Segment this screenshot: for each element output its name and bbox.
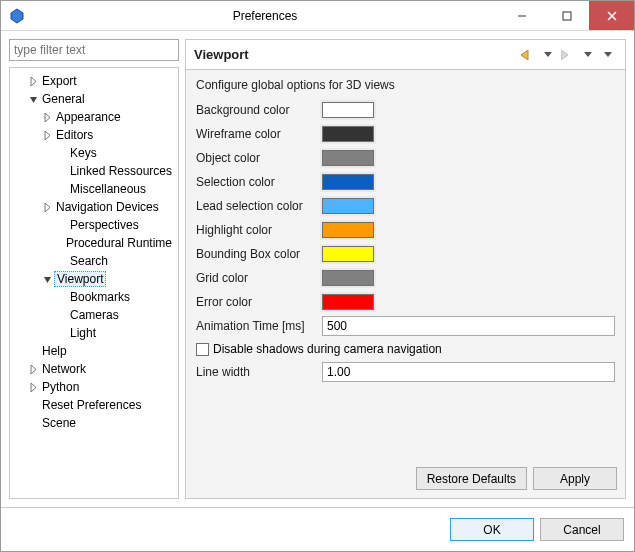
nav-fwd-icon[interactable]	[559, 46, 577, 64]
color-swatch[interactable]	[322, 126, 374, 142]
color-swatch[interactable]	[322, 222, 374, 238]
anim-time-row: Animation Time [ms]	[196, 314, 615, 338]
tree-item[interactable]: Search	[10, 252, 178, 270]
tree-item[interactable]: Linked Ressources	[10, 162, 178, 180]
page-description: Configure global options for 3D views	[196, 78, 615, 92]
filter-input[interactable]	[9, 39, 179, 61]
tree-item[interactable]: Export	[10, 72, 178, 90]
color-row: Grid color	[196, 266, 615, 290]
tree-item-label: Help	[40, 344, 69, 358]
minimize-button[interactable]	[499, 1, 544, 30]
page-body: Configure global options for 3D views Ba…	[186, 70, 625, 459]
tree-item[interactable]: Reset Preferences	[10, 396, 178, 414]
restore-defaults-button[interactable]: Restore Defaults	[416, 467, 527, 490]
color-row: Lead selection color	[196, 194, 615, 218]
svg-rect-2	[563, 12, 571, 20]
tree-item[interactable]: Viewport	[10, 270, 178, 288]
color-swatch[interactable]	[322, 246, 374, 262]
line-width-label: Line width	[196, 365, 322, 379]
chevron-right-icon[interactable]	[26, 365, 40, 374]
color-row: Selection color	[196, 170, 615, 194]
cancel-button[interactable]: Cancel	[540, 518, 624, 541]
color-label: Wireframe color	[196, 127, 322, 141]
nav-fwd-menu-icon[interactable]	[579, 46, 597, 64]
color-row: Object color	[196, 146, 615, 170]
tree-item-label: Viewport	[54, 271, 106, 287]
left-column: ExportGeneralAppearanceEditorsKeysLinked…	[9, 39, 179, 499]
chevron-right-icon[interactable]	[26, 383, 40, 392]
preferences-window: Preferences ExportGeneralAppearanceEdito…	[0, 0, 635, 552]
tree-item[interactable]: Miscellaneous	[10, 180, 178, 198]
color-label: Object color	[196, 151, 322, 165]
svg-marker-0	[11, 9, 23, 23]
tree-item[interactable]: General	[10, 90, 178, 108]
tree-item[interactable]: Navigation Devices	[10, 198, 178, 216]
tree-item[interactable]: Network	[10, 360, 178, 378]
color-swatch[interactable]	[322, 198, 374, 214]
color-swatch[interactable]	[322, 174, 374, 190]
tree-item-label: Network	[40, 362, 88, 376]
color-row: Highlight color	[196, 218, 615, 242]
disable-shadows-label: Disable shadows during camera navigation	[213, 342, 442, 356]
chevron-right-icon[interactable]	[40, 203, 54, 212]
color-row: Error color	[196, 290, 615, 314]
tree-item-label: Miscellaneous	[68, 182, 148, 196]
tree-item[interactable]: Keys	[10, 144, 178, 162]
tree-item[interactable]: Appearance	[10, 108, 178, 126]
color-label: Highlight color	[196, 223, 322, 237]
color-swatch[interactable]	[322, 270, 374, 286]
tree-item[interactable]: Help	[10, 342, 178, 360]
tree-item-label: Editors	[54, 128, 95, 142]
nav-back-icon[interactable]	[519, 46, 537, 64]
close-button[interactable]	[589, 1, 634, 30]
tree-item-label: Keys	[68, 146, 99, 160]
color-label: Grid color	[196, 271, 322, 285]
chevron-right-icon[interactable]	[26, 77, 40, 86]
color-label: Lead selection color	[196, 199, 322, 213]
preference-page: Viewport Configure global options for 3D…	[185, 39, 626, 499]
dialog-footer: OK Cancel	[1, 507, 634, 551]
color-swatch[interactable]	[322, 294, 374, 310]
disable-shadows-row[interactable]: Disable shadows during camera navigation	[196, 338, 615, 360]
color-label: Selection color	[196, 175, 322, 189]
color-label: Error color	[196, 295, 322, 309]
tree-item-label: Python	[40, 380, 81, 394]
tree-item[interactable]: Cameras	[10, 306, 178, 324]
tree-item[interactable]: Light	[10, 324, 178, 342]
color-label: Background color	[196, 103, 322, 117]
color-swatch[interactable]	[322, 150, 374, 166]
tree-item[interactable]: Scene	[10, 414, 178, 432]
chevron-down-icon[interactable]	[40, 275, 54, 284]
color-row: Wireframe color	[196, 122, 615, 146]
disable-shadows-checkbox[interactable]	[196, 343, 209, 356]
page-menu-icon[interactable]	[599, 46, 617, 64]
tree-item-label: Export	[40, 74, 79, 88]
tree-item[interactable]: Editors	[10, 126, 178, 144]
anim-time-label: Animation Time [ms]	[196, 319, 322, 333]
maximize-button[interactable]	[544, 1, 589, 30]
apply-button[interactable]: Apply	[533, 467, 617, 490]
color-swatch[interactable]	[322, 102, 374, 118]
tree-item[interactable]: Bookmarks	[10, 288, 178, 306]
tree-item-label: Reset Preferences	[40, 398, 143, 412]
color-row: Background color	[196, 98, 615, 122]
tree-item-label: Appearance	[54, 110, 123, 124]
color-label: Bounding Box color	[196, 247, 322, 261]
tree-item-label: Scene	[40, 416, 78, 430]
tree-item-label: Light	[68, 326, 98, 340]
chevron-right-icon[interactable]	[40, 113, 54, 122]
nav-back-menu-icon[interactable]	[539, 46, 557, 64]
line-width-input[interactable]	[322, 362, 615, 382]
page-title: Viewport	[194, 47, 517, 62]
tree-item[interactable]: Python	[10, 378, 178, 396]
chevron-right-icon[interactable]	[40, 131, 54, 140]
tree-item[interactable]: Procedural Runtime	[10, 234, 178, 252]
ok-button[interactable]: OK	[450, 518, 534, 541]
tree-item-label: Navigation Devices	[54, 200, 161, 214]
page-footer: Restore Defaults Apply	[186, 459, 625, 498]
preference-tree[interactable]: ExportGeneralAppearanceEditorsKeysLinked…	[9, 67, 179, 499]
color-row: Bounding Box color	[196, 242, 615, 266]
tree-item[interactable]: Perspectives	[10, 216, 178, 234]
chevron-down-icon[interactable]	[26, 95, 40, 104]
anim-time-input[interactable]	[322, 316, 615, 336]
